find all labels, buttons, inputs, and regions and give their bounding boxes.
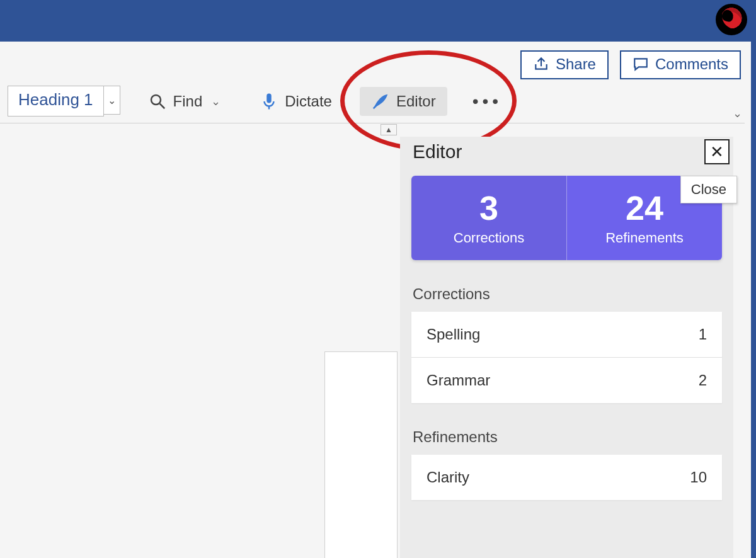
close-tooltip: Close bbox=[680, 176, 737, 203]
style-selector[interactable]: Heading 1 bbox=[8, 86, 104, 117]
style-label: Heading 1 bbox=[18, 90, 93, 110]
share-button[interactable]: Share bbox=[520, 50, 609, 79]
spelling-item[interactable]: Spelling 1 bbox=[411, 312, 722, 358]
grammar-item[interactable]: Grammar 2 bbox=[411, 358, 722, 403]
item-label: Spelling bbox=[427, 326, 480, 343]
document-page[interactable] bbox=[324, 351, 398, 558]
item-count: 2 bbox=[699, 372, 707, 389]
editor-label: Editor bbox=[396, 93, 436, 110]
ellipsis-icon: ••• bbox=[472, 91, 502, 111]
refinements-metric-label: Refinements bbox=[573, 230, 716, 246]
close-icon: ✕ bbox=[710, 142, 724, 162]
svg-rect-2 bbox=[266, 93, 272, 103]
comments-label: Comments bbox=[655, 55, 728, 73]
top-actions: Share Comments bbox=[520, 50, 741, 79]
corrections-metric-label: Corrections bbox=[418, 230, 560, 246]
microphone-icon bbox=[260, 92, 278, 111]
ruler-handle[interactable]: ▲ bbox=[381, 124, 397, 135]
share-icon bbox=[533, 56, 549, 72]
comment-icon bbox=[633, 56, 649, 72]
editor-panel-title: Editor bbox=[413, 141, 462, 162]
feather-icon bbox=[371, 92, 390, 111]
comments-button[interactable]: Comments bbox=[620, 50, 741, 79]
title-bar bbox=[0, 0, 756, 42]
window-edge bbox=[751, 0, 756, 558]
ribbon-collapse[interactable]: ⌄ bbox=[733, 106, 742, 120]
editor-metrics: 3 Corrections 24 Refinements bbox=[411, 176, 722, 260]
close-button[interactable]: ✕ bbox=[704, 139, 730, 164]
editor-button[interactable]: Editor bbox=[360, 87, 447, 116]
svg-point-0 bbox=[151, 95, 161, 105]
clarity-item[interactable]: Clarity 10 bbox=[411, 455, 722, 500]
find-button[interactable]: Find ⌄ bbox=[137, 87, 232, 116]
corrections-section-label: Corrections bbox=[413, 285, 721, 303]
dictate-button[interactable]: Dictate bbox=[248, 87, 343, 116]
refinements-section-label: Refinements bbox=[413, 428, 721, 446]
svg-line-1 bbox=[159, 103, 164, 108]
find-label: Find bbox=[173, 93, 203, 110]
search-icon bbox=[148, 92, 167, 111]
chevron-down-icon: ⌄ bbox=[108, 94, 116, 106]
dictate-label: Dictate bbox=[285, 93, 332, 110]
item-label: Clarity bbox=[427, 469, 469, 486]
editor-panel: Editor ✕ Close 3 Corrections 24 Refineme… bbox=[400, 137, 733, 558]
corrections-count: 3 bbox=[418, 191, 560, 225]
editor-panel-header: Editor ✕ bbox=[400, 137, 733, 171]
item-count: 10 bbox=[690, 469, 707, 486]
item-count: 1 bbox=[699, 326, 707, 343]
chevron-down-icon: ⌄ bbox=[211, 94, 220, 108]
share-label: Share bbox=[556, 55, 596, 73]
ribbon-toolbar: Heading 1 ⌄ Find ⌄ Dictate Editor ••• ⌄ bbox=[0, 79, 745, 123]
style-dropdown[interactable]: ⌄ bbox=[104, 86, 120, 115]
more-button[interactable]: ••• bbox=[464, 86, 511, 117]
user-avatar[interactable] bbox=[716, 4, 747, 35]
corrections-metric[interactable]: 3 Corrections bbox=[411, 176, 567, 260]
item-label: Grammar bbox=[427, 372, 490, 389]
